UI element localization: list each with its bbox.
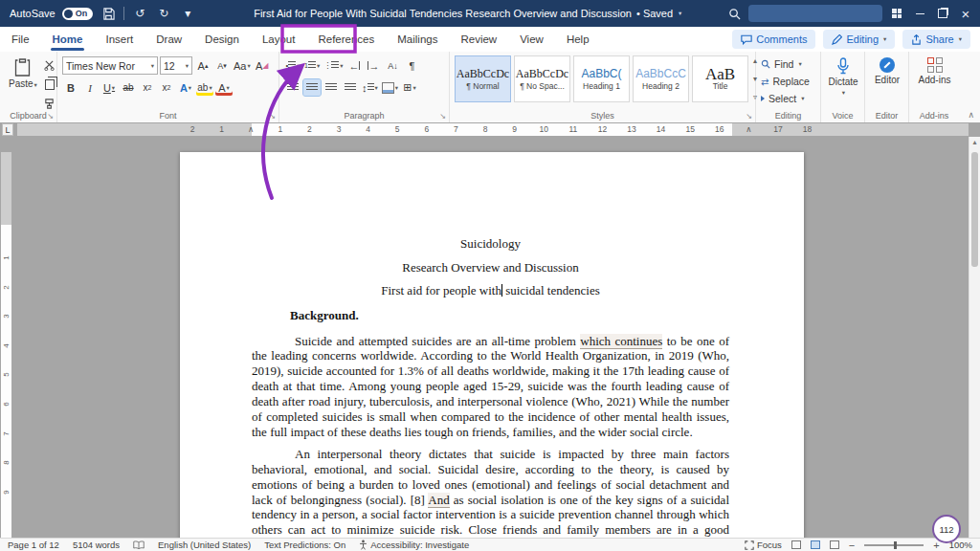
font-name-select[interactable]: Times New Ror▾ (62, 56, 158, 75)
font-color-icon[interactable]: A▾ (215, 79, 233, 96)
style-heading-2[interactable]: AaBbCcC Heading 2 (633, 55, 689, 102)
web-layout-view-icon[interactable] (830, 540, 839, 549)
tab-review[interactable]: Review (449, 27, 508, 52)
tab-file[interactable]: File (0, 27, 41, 52)
collapse-ribbon-icon[interactable]: ∧ (968, 110, 974, 120)
search-box[interactable] (748, 5, 882, 22)
grow-font-icon[interactable]: A▴ (194, 57, 212, 74)
print-layout-view-icon[interactable] (811, 540, 820, 549)
document-page[interactable]: SuicidologyResearch Overview and Discuss… (180, 152, 804, 538)
paragraph-dialog-launcher-icon[interactable]: ↘ (439, 112, 446, 121)
grammar-flagged-text[interactable]: And (428, 493, 449, 508)
strikethrough-button[interactable]: ab (120, 79, 137, 96)
replace-button[interactable]: ⇄ Replace (761, 73, 816, 90)
increase-indent-icon[interactable]: → (365, 57, 382, 74)
scroll-up-icon[interactable]: ▴ (969, 137, 980, 148)
dictate-button[interactable]: Dictate ▾ (826, 55, 860, 99)
tab-references[interactable]: References (306, 27, 386, 52)
grammar-flagged-text[interactable]: which continues (580, 334, 662, 349)
read-mode-view-icon[interactable] (791, 540, 801, 549)
tab-help[interactable]: Help (555, 27, 601, 52)
tab-layout[interactable]: Layout (251, 27, 307, 52)
horizontal-ruler[interactable]: 21∧12345678910111213141516∧1718 (17, 123, 969, 136)
editor-button[interactable]: Editor (870, 55, 904, 87)
doc-paragraph[interactable]: Suicide and attempted suicides are an al… (252, 334, 729, 440)
italic-button[interactable]: I (81, 79, 99, 96)
change-case-icon[interactable]: Aa▾ (233, 57, 252, 74)
tab-home[interactable]: Home (41, 27, 95, 52)
line-spacing-icon[interactable]: ↕▾ (361, 79, 379, 96)
show-formatting-marks-icon[interactable]: ¶ (403, 57, 420, 74)
word-count[interactable]: 5104 words (73, 540, 120, 550)
doc-paragraph[interactable]: First aid for people with suicidal tende… (252, 279, 729, 303)
close-icon[interactable]: × (957, 5, 974, 22)
zoom-slider[interactable] (864, 544, 924, 546)
doc-paragraph[interactable]: Research Overview and Discussion (252, 256, 729, 280)
multilevel-list-icon[interactable]: ⋮▾ (323, 57, 344, 74)
font-size-select[interactable]: 12▾ (160, 56, 192, 75)
undo-icon[interactable]: ↺ (131, 5, 148, 22)
sort-icon[interactable]: A↓ (384, 57, 401, 74)
tab-draw[interactable]: Draw (145, 27, 193, 52)
tab-design[interactable]: Design (193, 27, 251, 52)
share-button[interactable]: Share ▾ (902, 30, 970, 49)
customize-quick-access-icon[interactable]: ▾ (179, 5, 196, 22)
highlight-color-icon[interactable]: ab▾ (196, 79, 213, 96)
align-right-icon[interactable] (323, 79, 340, 96)
save-icon[interactable] (100, 5, 117, 22)
bullets-icon[interactable]: •▾ (284, 57, 301, 74)
doc-paragraph[interactable]: An interpersonal theory dictates that su… (252, 447, 729, 538)
minimize-icon[interactable] (911, 5, 928, 22)
title-chevron-down-icon[interactable]: ▾ (679, 10, 681, 17)
decrease-indent-icon[interactable]: ← (345, 57, 363, 74)
accessibility-status[interactable]: Accessibility: Investigate (359, 540, 469, 550)
style-title[interactable]: AaB Title (692, 55, 748, 102)
shrink-font-icon[interactable]: A▾ (213, 57, 231, 74)
align-left-icon[interactable] (284, 79, 301, 96)
vertical-scrollbar[interactable]: ▴ (969, 137, 980, 538)
clipboard-dialog-launcher-icon[interactable]: ↘ (47, 112, 54, 121)
ribbon-display-options-icon[interactable] (888, 5, 905, 22)
styles-dialog-launcher-icon[interactable]: ↘ (746, 112, 752, 121)
format-painter-icon[interactable] (41, 96, 58, 112)
shading-icon[interactable]: ▾ (381, 79, 399, 96)
document-title[interactable]: First Aid for People With Suicidal Tende… (254, 8, 681, 19)
find-button[interactable]: Find▾ (761, 55, 816, 73)
paste-button[interactable]: Paste▾ (5, 55, 41, 112)
doc-paragraph[interactable]: Background. (252, 304, 729, 327)
select-button[interactable]: Select▾ (761, 90, 816, 107)
autosave-toggle[interactable]: On (62, 8, 94, 20)
language-indicator[interactable]: English (United States) (158, 540, 251, 550)
doc-paragraph[interactable]: Suicidology (252, 232, 729, 256)
clear-formatting-icon[interactable]: A◢ (254, 57, 271, 74)
copy-icon[interactable] (41, 77, 58, 93)
zoom-out-icon[interactable]: − (849, 540, 855, 551)
page-indicator[interactable]: Page 1 of 12 (8, 540, 59, 550)
text-predictions-indicator[interactable]: Text Predictions: On (264, 540, 345, 550)
proofing-icon[interactable] (133, 540, 145, 550)
tab-insert[interactable]: Insert (94, 27, 145, 52)
bold-button[interactable]: B (62, 79, 79, 96)
justify-icon[interactable] (342, 79, 359, 96)
tab-view[interactable]: View (508, 27, 555, 52)
search-icon[interactable] (725, 5, 743, 22)
addins-button[interactable]: Add-ins (914, 55, 955, 87)
zoom-slider-thumb[interactable] (894, 541, 897, 549)
superscript-button[interactable]: x2 (158, 79, 175, 96)
style-normal[interactable]: AaBbCcDc ¶ Normal (455, 55, 511, 102)
redo-icon[interactable]: ↻ (155, 5, 172, 22)
borders-icon[interactable]: ⊞▾ (401, 79, 418, 96)
restore-icon[interactable] (934, 5, 951, 22)
font-dialog-launcher-icon[interactable]: ↘ (269, 112, 276, 121)
vertical-ruler[interactable]: 123456789 (1, 152, 11, 538)
comments-button[interactable]: Comments (732, 30, 815, 49)
tab-stop-selector[interactable]: L (2, 123, 13, 136)
align-center-icon[interactable] (303, 79, 321, 96)
underline-button[interactable]: U▾ (100, 79, 118, 96)
style-no-spacing[interactable]: AaBbCcDc ¶ No Spac... (514, 55, 570, 102)
scrollbar-thumb[interactable] (971, 152, 978, 267)
subscript-button[interactable]: x2 (139, 79, 156, 96)
tab-mailings[interactable]: Mailings (386, 27, 449, 52)
numbering-icon[interactable]: 1▾ (303, 57, 321, 74)
editing-mode-button[interactable]: Editing ▾ (823, 30, 895, 49)
